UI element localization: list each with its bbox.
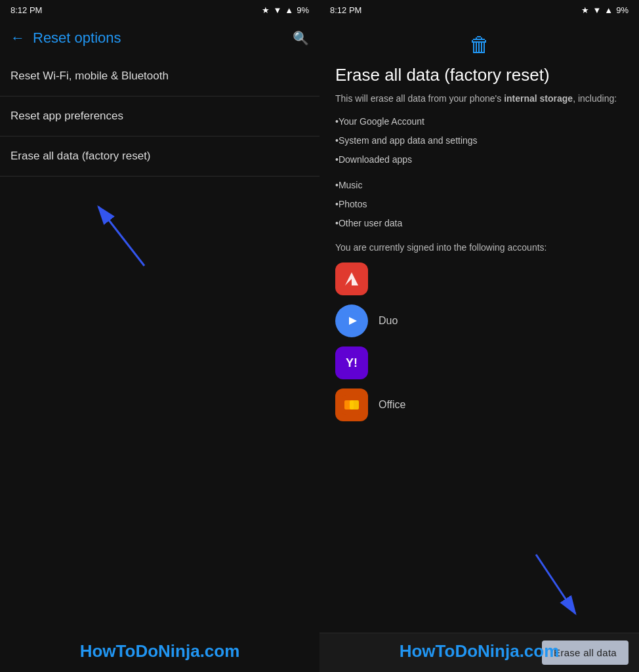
erase-description: This will erase all data from your phone… (335, 92, 623, 106)
accounts-label: You are currently signed into the follow… (335, 241, 623, 255)
office-label: Office (379, 399, 406, 411)
adobe-icon (335, 262, 368, 295)
bullet-4: •Photos (335, 198, 623, 211)
svg-line-1 (98, 207, 144, 266)
erase-title: Erase all data (factory reset) (335, 65, 623, 85)
menu-item-app-prefs[interactable]: Reset app preferences (0, 96, 320, 136)
account-office: Office (335, 388, 623, 421)
right-bluetooth-icon: ★ (581, 5, 589, 15)
account-duo: Duo (335, 304, 623, 337)
bullet-1: •System and app data and settings (335, 134, 623, 148)
watermark-left: HowToDoNinja.com (0, 641, 320, 662)
right-battery: 9% (616, 5, 629, 15)
duo-icon (335, 304, 368, 337)
battery-left: 9% (297, 5, 309, 15)
bullet-5: •Other user data (335, 217, 623, 230)
duo-label: Duo (379, 315, 398, 327)
office-icon (335, 388, 368, 421)
right-time: 8:12 PM (330, 5, 361, 15)
erase-content: 🗑 Erase all data (factory reset) This wi… (320, 20, 639, 633)
right-wifi-icon: ▼ (592, 5, 601, 15)
trash-icon: 🗑 (335, 33, 623, 57)
left-status-bar: 8:12 PM ★ ▼ ▲ 9% (0, 0, 320, 20)
desc-bold: internal storage (504, 93, 573, 104)
desc-suffix: , including: (573, 93, 617, 104)
right-signal-icon: ▲ (604, 5, 613, 15)
yahoo-icon: Y! (335, 346, 368, 379)
toolbar: ← Reset options 🔍 (0, 20, 320, 56)
page-title: Reset options (33, 30, 285, 47)
back-button[interactable]: ← (10, 30, 25, 47)
signal-icon: ▲ (285, 5, 293, 15)
account-yahoo: Y! (335, 346, 623, 379)
bullet-3: •Music (335, 178, 623, 192)
menu-item-factory-reset[interactable]: Erase all data (factory reset) (0, 136, 320, 177)
left-time: 8:12 PM (10, 5, 42, 15)
account-adobe (335, 262, 623, 295)
bottom-bar: Erase all data (320, 633, 639, 672)
desc-prefix: This will erase all data from your phone… (335, 93, 504, 104)
search-button[interactable]: 🔍 (293, 30, 309, 46)
svg-rect-8 (350, 400, 359, 410)
menu-item-wifi[interactable]: Reset Wi-Fi, mobile & Bluetooth (0, 56, 320, 96)
bullet-2: •Downloaded apps (335, 153, 623, 167)
wifi-icon: ▼ (273, 5, 281, 15)
bluetooth-icon: ★ (262, 5, 270, 15)
bullet-0: •Your Google Account (335, 115, 623, 129)
erase-all-data-button[interactable]: Erase all data (542, 640, 629, 665)
right-status-bar: 8:12 PM ★ ▼ ▲ 9% (320, 0, 639, 20)
